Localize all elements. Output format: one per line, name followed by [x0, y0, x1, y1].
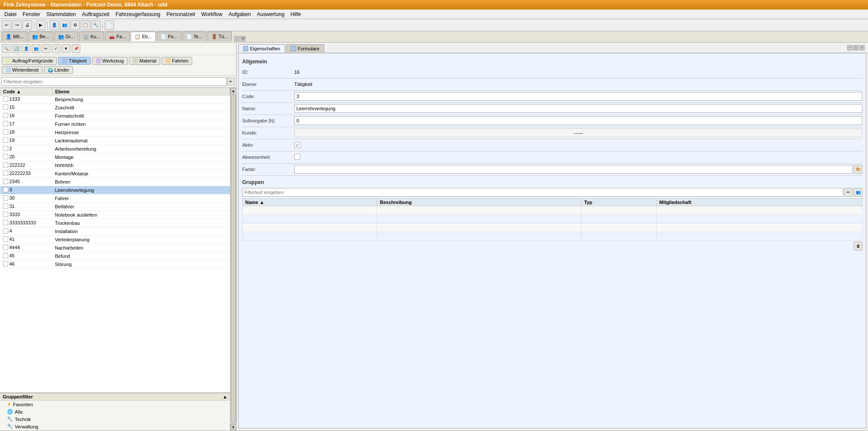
gruppen-filter-input[interactable]	[242, 188, 843, 197]
list-item[interactable]: 4444 Nacharbeiten	[0, 244, 230, 252]
scroll-up-btn[interactable]: ▲	[230, 88, 237, 94]
right-tab-formulare[interactable]: Formulare	[286, 44, 324, 53]
menu-auftragszeit[interactable]: Auftragszeit	[79, 10, 112, 18]
tab-ku[interactable]: 🏢 Ku...	[79, 32, 104, 41]
cat-btn-tatigkeit[interactable]: Tätigkeit	[58, 57, 91, 65]
list-item[interactable]: 3 Leerrohrverlegung	[0, 186, 230, 194]
toolbar-btn-1[interactable]: ↩	[2, 20, 11, 30]
checkbox-abwesenheit[interactable]	[294, 154, 300, 160]
menu-aufgaben[interactable]: Aufgaben	[226, 10, 253, 18]
form-input-code[interactable]	[294, 92, 862, 101]
tab-collapse-btn[interactable]: ─	[234, 36, 240, 41]
list-item[interactable]: 222222 hhhhhhh	[0, 161, 230, 170]
tab-pin-btn[interactable]: ⊟	[240, 36, 246, 41]
right-minimize-btn[interactable]: ─	[847, 45, 852, 50]
list-scrollbar[interactable]: ▲ ▼	[230, 88, 236, 430]
list-item[interactable]: 2345 Bohren	[0, 178, 230, 186]
scroll-thumb[interactable]	[231, 95, 236, 423]
col-header-ebene[interactable]: Ebene	[53, 88, 230, 95]
menu-personalzeit[interactable]: Personalzeit	[164, 10, 198, 18]
list-item[interactable]: 17 Furnier richten	[0, 120, 230, 128]
filter-input[interactable]	[1, 77, 227, 86]
toolbar-btn-4[interactable]: ▶	[36, 20, 46, 30]
right-maximize-btn[interactable]: □	[853, 45, 858, 50]
left-icon-add-group[interactable]: 👥	[32, 44, 40, 53]
right-close-btn[interactable]: ×	[859, 45, 865, 50]
gruppen-col-mitgliedschaft[interactable]: Mitgliedschaft	[657, 199, 862, 206]
menu-fenster[interactable]: Fenster	[20, 10, 43, 18]
gruppenfilter-header[interactable]: Gruppenfilter ▲	[0, 393, 230, 401]
farbe-input[interactable]	[294, 165, 853, 174]
form-input-kunde[interactable]	[294, 128, 862, 137]
gruppen-col-beschreibung[interactable]: Beschreibung	[377, 199, 582, 206]
tab-eb[interactable]: 📋 Eb...	[131, 32, 156, 41]
list-item[interactable]: 41 Verteilerplanung	[0, 236, 230, 244]
toolbar-btn-3[interactable]: 🖨	[23, 20, 32, 30]
left-icon-search[interactable]: 🔍	[2, 44, 10, 53]
left-icon-add-person[interactable]: 👤	[22, 44, 30, 53]
list-item[interactable]: 16 Formatschnitt	[0, 112, 230, 120]
tab-gr[interactable]: 👥 Gr...	[54, 32, 79, 41]
list-item[interactable]: 31 Beifahrer	[0, 203, 230, 211]
toolbar-btn-10[interactable]: 📄	[105, 20, 114, 30]
cat-btn-werkzeug[interactable]: Werkzeug	[92, 57, 128, 65]
list-item[interactable]: 3333 Notebook ausliefern	[0, 211, 230, 219]
list-item[interactable]: 2 Arbeitsvorbereitung	[0, 145, 230, 153]
gf-item-technik[interactable]: 🔧 Technik	[0, 415, 230, 423]
farbe-picker-btn[interactable]: 🎨	[854, 165, 862, 174]
tab-te[interactable]: 📄 Te...	[182, 32, 207, 41]
cat-btn-lander[interactable]: 🌍 Länder	[44, 66, 73, 74]
menu-auswertung[interactable]: Auswertung	[254, 10, 287, 18]
left-icon-pin[interactable]: 📌	[72, 44, 80, 53]
gruppen-filter-edit-icon[interactable]: ✏	[844, 188, 853, 197]
scroll-down-btn[interactable]: ▼	[230, 424, 237, 430]
left-icon-edit[interactable]: ✏	[42, 44, 50, 53]
list-item[interactable]: 22222233 Kanten/Motanje	[0, 170, 230, 178]
toolbar-btn-9[interactable]: 🔧	[91, 20, 101, 30]
list-item[interactable]: 3333333333 Trockenbau	[0, 219, 230, 227]
toolbar-btn-5[interactable]: 👤	[49, 20, 59, 30]
menu-hilfe[interactable]: Hilfe	[288, 10, 303, 18]
cat-btn-fahrten[interactable]: Fahrten	[161, 57, 192, 65]
toolbar-btn-6[interactable]: 👥	[60, 20, 69, 30]
gf-item-alle[interactable]: 🌐 Alle	[0, 408, 230, 415]
list-item[interactable]: 45 Befund	[0, 252, 230, 260]
menu-datei[interactable]: Datei	[2, 10, 19, 18]
gf-item-verwaltung[interactable]: 🔧 Verwaltung	[0, 423, 230, 430]
left-icon-arrow-down[interactable]: ▼	[62, 44, 70, 53]
gf-item-favoriten[interactable]: ★ Favoriten	[0, 401, 230, 408]
toolbar-btn-8[interactable]: 📋	[81, 20, 90, 30]
gruppen-col-typ[interactable]: Typ	[581, 199, 656, 206]
tab-fa[interactable]: 🚗 Fa...	[105, 32, 130, 41]
right-tab-eigenschaften[interactable]: Eigenschaften	[238, 44, 285, 53]
filter-edit-icon[interactable]: ✏	[227, 78, 235, 86]
toolbar-btn-7[interactable]: ⚙	[70, 20, 80, 30]
list-item[interactable]: 18 Heizpresse	[0, 128, 230, 137]
menu-fahrzeugerfassung[interactable]: Fahrzeugerfassung	[113, 10, 163, 18]
left-icon-refresh[interactable]: 🔄	[12, 44, 20, 53]
checkbox-aktiv[interactable]	[294, 142, 300, 148]
tab-mit[interactable]: 👤 Mit...	[2, 32, 27, 41]
cat-btn-auftrag[interactable]: Auftrag/Fehlgründe	[2, 57, 57, 65]
list-item[interactable]: 30 Fahrer	[0, 194, 230, 203]
list-item[interactable]: 1333 Besprechung	[0, 95, 230, 104]
list-item[interactable]: 15 Zuschnitt	[0, 104, 230, 112]
form-input-sollvorgabe[interactable]	[294, 116, 862, 125]
tab-fe[interactable]: 📄 Fe...	[157, 32, 181, 41]
menu-stammdaten[interactable]: Stammdaten	[44, 10, 79, 18]
list-item[interactable]: 46 Störung	[0, 260, 230, 269]
list-item[interactable]: 19 Lackierautomat	[0, 137, 230, 145]
menu-workflow[interactable]: Workflow	[199, 10, 225, 18]
cat-btn-winterdienst[interactable]: Winterdienst	[2, 66, 43, 74]
list-item[interactable]: 20 Montage	[0, 153, 230, 161]
list-item[interactable]: 4 Installation	[0, 227, 230, 236]
col-header-code[interactable]: Code ▲	[0, 88, 53, 95]
form-input-name[interactable]	[294, 104, 862, 113]
tab-be[interactable]: 👥 Be...	[28, 32, 53, 41]
tab-tu[interactable]: 🚪 Tü...	[207, 32, 232, 41]
gruppen-col-name[interactable]: Name ▲	[243, 199, 377, 206]
left-icon-check[interactable]: ✓	[52, 44, 60, 53]
toolbar-btn-2[interactable]: ↪	[12, 20, 22, 30]
cat-btn-material[interactable]: Material	[129, 57, 160, 65]
gruppen-add-btn[interactable]: 👥	[854, 188, 862, 197]
